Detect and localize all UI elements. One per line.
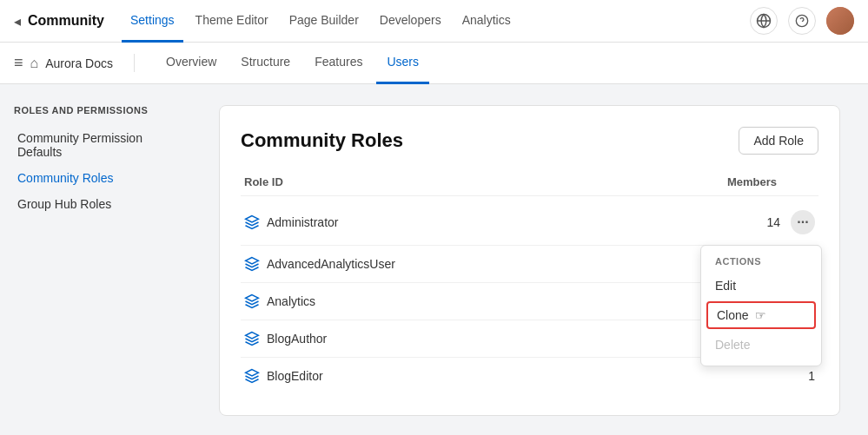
member-count: 14 (766, 215, 780, 229)
top-nav-links: Settings Theme Editor Page Builder Devel… (122, 0, 750, 43)
sub-nav-left: ≡ ⌂ Aurora Docs (14, 54, 135, 72)
role-name-cell: AdvancedAnalyticsUser (244, 256, 745, 272)
dropdown-edit[interactable]: Edit (701, 272, 821, 300)
member-count: 1 (808, 369, 815, 383)
members-cell: 1 (745, 369, 815, 383)
table-header: Role ID Members (241, 168, 818, 196)
role-icon (244, 214, 260, 230)
tab-users[interactable]: Users (376, 43, 429, 84)
hamburger-button[interactable]: ≡ (14, 54, 23, 72)
question-icon (795, 14, 809, 28)
table-row: Administrator 14 ··· ACTIONS Edit Clone … (241, 200, 818, 246)
global-icon-button[interactable] (750, 7, 778, 35)
home-icon: ⌂ (30, 56, 39, 71)
role-name: BlogEditor (267, 369, 323, 383)
role-icon (244, 331, 260, 346)
role-name-cell: Analytics (244, 293, 745, 309)
tab-overview[interactable]: Overview (156, 43, 227, 84)
nav-theme-editor[interactable]: Theme Editor (187, 0, 277, 43)
page-title: Community Roles (241, 129, 403, 152)
avatar[interactable] (826, 7, 854, 35)
main-layout: ROLES AND PERMISSIONS Community Permissi… (0, 84, 868, 435)
role-icon (244, 256, 260, 272)
add-role-button[interactable]: Add Role (739, 127, 818, 155)
content-area: Community Roles Add Role Role ID Members (191, 84, 868, 435)
globe-icon (756, 13, 772, 29)
sub-nav: ≡ ⌂ Aurora Docs Overview Structure Featu… (0, 43, 868, 84)
dropdown-actions-label: ACTIONS (701, 253, 821, 272)
more-button[interactable]: ··· (791, 210, 815, 234)
role-name: Administrator (267, 215, 338, 229)
nav-developers[interactable]: Developers (371, 0, 450, 43)
col-members: Members (727, 175, 777, 188)
tab-features[interactable]: Features (304, 43, 373, 84)
col-role-id: Role ID (244, 175, 283, 188)
role-name-cell: Administrator (244, 214, 745, 230)
card-header: Community Roles Add Role (241, 127, 818, 155)
role-name: BlogAuthor (267, 332, 327, 346)
role-icon (244, 368, 260, 384)
sidebar-section-title: ROLES AND PERMISSIONS (14, 105, 177, 115)
sub-nav-tabs: Overview Structure Features Users (156, 43, 429, 84)
role-name: Analytics (267, 294, 315, 308)
site-name: Aurora Docs (45, 56, 113, 70)
sidebar-item-community-permission-defaults[interactable]: Community Permission Defaults (14, 126, 177, 164)
cursor-icon: ☞ (755, 308, 766, 322)
help-icon-button[interactable] (788, 7, 816, 35)
sidebar-item-community-roles[interactable]: Community Roles (14, 166, 177, 190)
top-nav: ◂ Community Settings Theme Editor Page B… (0, 0, 868, 43)
top-nav-right (750, 7, 854, 35)
sidebar-item-group-hub-roles[interactable]: Group Hub Roles (14, 192, 177, 216)
brand-name: Community (28, 13, 104, 29)
role-icon (244, 293, 260, 309)
dropdown-clone[interactable]: Clone ☞ (706, 301, 816, 329)
roles-table: Role ID Members Administrator 14 (241, 168, 818, 394)
sidebar: ROLES AND PERMISSIONS Community Permissi… (0, 84, 191, 435)
role-name-cell: BlogEditor (244, 368, 745, 384)
tab-structure[interactable]: Structure (230, 43, 301, 84)
back-button[interactable]: ◂ (14, 13, 21, 30)
role-name: AdvancedAnalyticsUser (267, 257, 395, 271)
nav-page-builder[interactable]: Page Builder (281, 0, 368, 43)
dropdown-delete[interactable]: Delete (701, 331, 821, 359)
members-cell: 14 ··· ACTIONS Edit Clone ☞ Delete (745, 210, 815, 234)
nav-analytics[interactable]: Analytics (454, 0, 520, 43)
content-card: Community Roles Add Role Role ID Members (219, 105, 840, 416)
actions-dropdown: ACTIONS Edit Clone ☞ Delete (700, 245, 822, 366)
role-name-cell: BlogAuthor (244, 331, 745, 346)
nav-settings[interactable]: Settings (122, 0, 183, 43)
